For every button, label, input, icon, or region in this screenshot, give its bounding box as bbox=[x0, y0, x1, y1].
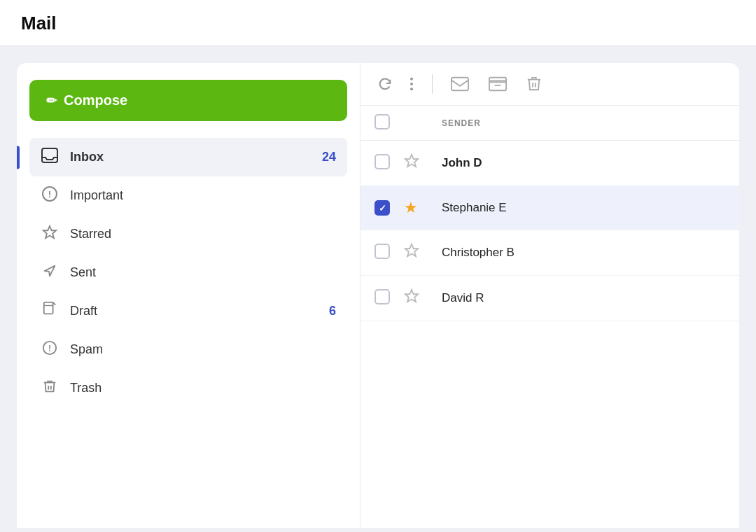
checkbox-cell bbox=[360, 141, 401, 186]
svg-text:!: ! bbox=[48, 344, 51, 354]
table-row: Christopher B bbox=[360, 230, 739, 276]
sender-cell[interactable]: Christopher B bbox=[430, 230, 739, 276]
trash-nav-icon bbox=[41, 379, 59, 398]
checkbox-cell bbox=[360, 276, 401, 321]
sidebar-item-starred[interactable]: Starred bbox=[29, 215, 347, 253]
checkbox-cell bbox=[360, 186, 401, 230]
sidebar-spam-label: Spam bbox=[70, 342, 336, 357]
sidebar-draft-count: 6 bbox=[329, 304, 336, 318]
star-nav-icon bbox=[41, 225, 59, 244]
sender-column-label: SENDER bbox=[442, 118, 481, 128]
toolbar-left bbox=[374, 74, 416, 94]
email-checkbox[interactable] bbox=[374, 244, 390, 259]
sidebar-item-sent[interactable]: Sent bbox=[29, 253, 347, 292]
star-cell bbox=[401, 141, 430, 186]
svg-text:!: ! bbox=[48, 189, 51, 200]
mail-toolbar bbox=[360, 63, 739, 106]
compose-label: Compose bbox=[64, 92, 127, 108]
svg-point-8 bbox=[410, 83, 413, 85]
archive-button[interactable] bbox=[486, 74, 510, 94]
spam-icon: ! bbox=[41, 340, 59, 359]
refresh-button[interactable] bbox=[374, 74, 396, 94]
header-checkbox-cell bbox=[360, 106, 401, 141]
svg-point-7 bbox=[410, 78, 413, 80]
star-icon[interactable] bbox=[404, 290, 419, 307]
svg-marker-3 bbox=[43, 226, 56, 238]
sender-name: Christopher B bbox=[442, 246, 514, 259]
sidebar-trash-label: Trash bbox=[70, 381, 336, 396]
toolbar-right bbox=[448, 73, 545, 95]
sender-name: David R bbox=[442, 291, 484, 304]
checkbox-cell bbox=[360, 230, 401, 276]
nav-list: Inbox 24 ! Important bbox=[29, 138, 347, 407]
app-title: Mail bbox=[21, 13, 57, 34]
app-header: Mail bbox=[0, 0, 756, 46]
sender-name: Stephanie E bbox=[442, 201, 507, 214]
svg-rect-4 bbox=[44, 302, 53, 314]
sidebar-inbox-count: 24 bbox=[322, 150, 336, 164]
svg-marker-15 bbox=[405, 290, 418, 302]
email-checkbox[interactable] bbox=[374, 200, 390, 216]
sender-cell[interactable]: David R bbox=[430, 276, 739, 321]
sender-cell[interactable]: Stephanie E bbox=[430, 186, 739, 230]
sent-icon bbox=[41, 263, 59, 282]
table-row: ★Stephanie E bbox=[360, 186, 739, 230]
star-icon[interactable]: ★ bbox=[404, 199, 418, 216]
star-icon[interactable] bbox=[404, 244, 419, 262]
email-table: SENDER John D★Stephanie EChristopher BDa… bbox=[360, 106, 739, 321]
star-icon[interactable] bbox=[404, 155, 419, 172]
mark-read-button[interactable] bbox=[448, 74, 472, 94]
sidebar: ✏ Compose Inbox 24 bbox=[17, 63, 360, 528]
sidebar-item-spam[interactable]: ! Spam bbox=[29, 330, 347, 369]
important-icon: ! bbox=[41, 186, 59, 205]
sidebar-inbox-label: Inbox bbox=[70, 150, 311, 164]
select-all-checkbox[interactable] bbox=[374, 114, 390, 130]
sidebar-starred-label: Starred bbox=[70, 227, 336, 241]
email-checkbox[interactable] bbox=[374, 154, 390, 169]
sidebar-sent-label: Sent bbox=[70, 265, 336, 280]
sidebar-item-inbox[interactable]: Inbox 24 bbox=[29, 138, 347, 176]
svg-point-9 bbox=[410, 88, 413, 90]
sidebar-item-trash[interactable]: Trash bbox=[29, 369, 347, 407]
sender-cell[interactable]: John D bbox=[430, 141, 739, 186]
draft-icon bbox=[41, 302, 59, 321]
table-row: David R bbox=[360, 276, 739, 321]
toolbar-divider bbox=[432, 74, 433, 94]
svg-rect-10 bbox=[451, 78, 468, 91]
sidebar-draft-label: Draft bbox=[70, 304, 318, 318]
app-body: ✏ Compose Inbox 24 bbox=[0, 46, 756, 528]
svg-marker-14 bbox=[405, 244, 418, 256]
pencil-icon: ✏ bbox=[46, 93, 57, 108]
svg-marker-13 bbox=[405, 155, 418, 167]
sender-header: SENDER bbox=[430, 106, 739, 141]
inbox-icon bbox=[41, 148, 59, 167]
star-cell bbox=[401, 276, 430, 321]
sidebar-item-important[interactable]: ! Important bbox=[29, 176, 347, 215]
sidebar-item-draft[interactable]: Draft 6 bbox=[29, 292, 347, 330]
star-cell: ★ bbox=[401, 186, 430, 230]
star-cell bbox=[401, 230, 430, 276]
compose-button[interactable]: ✏ Compose bbox=[29, 80, 347, 121]
mail-list-panel: SENDER John D★Stephanie EChristopher BDa… bbox=[360, 63, 739, 528]
delete-button[interactable] bbox=[524, 73, 545, 95]
sender-name: John D bbox=[442, 156, 482, 169]
more-options-button[interactable] bbox=[407, 74, 416, 94]
table-row: John D bbox=[360, 141, 739, 186]
star-header bbox=[401, 106, 430, 141]
email-checkbox[interactable] bbox=[374, 289, 390, 304]
sidebar-important-label: Important bbox=[70, 188, 336, 203]
